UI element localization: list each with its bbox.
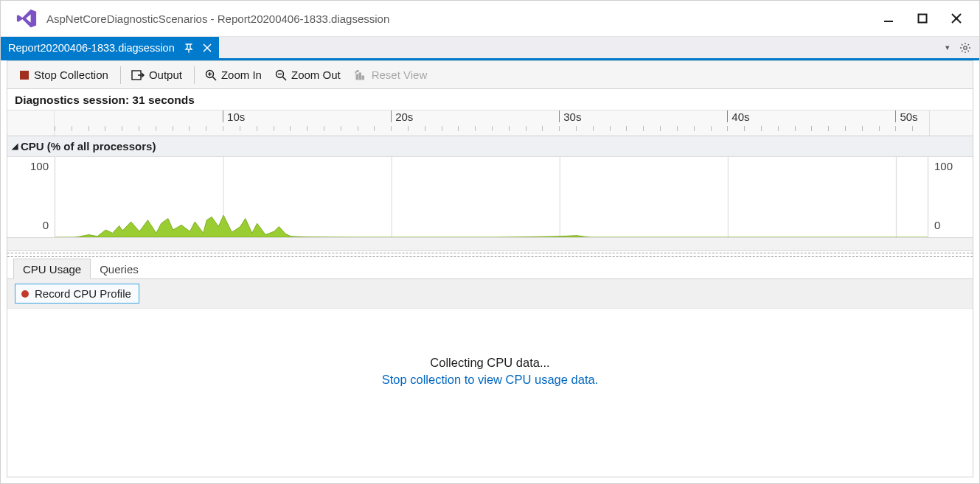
reset-view-icon	[354, 69, 367, 81]
ruler-track[interactable]: 10s20s30s40s50s	[55, 111, 929, 136]
output-label: Output	[149, 69, 182, 81]
y-max-right: 100	[934, 160, 953, 172]
stop-collection-hint-link[interactable]: Stop collection to view CPU usage data.	[382, 373, 599, 387]
close-button[interactable]	[939, 1, 973, 35]
toolbar-separator	[120, 66, 121, 84]
cpu-lane-header[interactable]: ◢ CPU (% of all processors)	[7, 136, 973, 157]
ruler-tick-label: 20s	[395, 111, 413, 123]
output-button[interactable]: Output	[125, 66, 188, 83]
collapse-caret-icon[interactable]: ◢	[12, 141, 18, 151]
document-tab-strip: Report20200406-1833.diagsession ▾	[1, 36, 979, 58]
ruler-tick-label: 50s	[900, 111, 917, 123]
zoom-in-icon	[205, 69, 217, 81]
zoom-out-label: Zoom Out	[291, 69, 341, 81]
diagnostics-document: Stop Collection Output Zoom In Zo	[7, 60, 973, 477]
zoom-in-label: Zoom In	[221, 69, 262, 81]
window-title: AspNetCoreDiagnosticScenarios - Report20…	[46, 13, 389, 25]
maximize-button[interactable]	[906, 1, 939, 35]
cpu-lane-title: CPU (% of all processors)	[21, 140, 156, 152]
tab-label: Report20200406-1833.diagsession	[8, 42, 175, 54]
tab-overflow-dropdown-icon[interactable]: ▾	[945, 43, 950, 52]
zoom-out-icon	[275, 69, 287, 81]
ruler-tick-label: 10s	[227, 111, 245, 123]
svg-line-14	[968, 44, 970, 46]
lane-gap	[7, 238, 973, 251]
record-cpu-profile-button[interactable]: Record CPU Profile	[15, 284, 139, 304]
cpu-y-axis-right: 100 0	[928, 157, 973, 237]
tab-cpu-usage[interactable]: CPU Usage	[13, 259, 91, 279]
close-tab-icon[interactable]	[203, 43, 212, 52]
y-max-left: 100	[30, 160, 49, 172]
record-icon	[21, 290, 29, 298]
svg-line-22	[282, 77, 286, 80]
zoom-out-button[interactable]: Zoom Out	[269, 66, 347, 83]
svg-line-13	[962, 50, 963, 52]
stop-collection-label: Stop Collection	[34, 69, 108, 81]
svg-rect-25	[359, 73, 361, 80]
tab-queries[interactable]: Queries	[91, 259, 147, 278]
title-bar: AspNetCoreDiagnosticScenarios - Report20…	[1, 1, 979, 36]
ruler-gutter-right	[929, 111, 973, 136]
svg-point-6	[964, 46, 967, 49]
minimize-button[interactable]	[872, 1, 906, 35]
svg-rect-1	[919, 15, 927, 23]
toolbar-separator	[194, 66, 195, 84]
svg-line-11	[962, 44, 963, 46]
cpu-y-axis-left: 100 0	[7, 157, 55, 237]
bottom-tab-strip: CPU Usage Queries	[7, 257, 973, 279]
reset-view-button: Reset View	[348, 66, 434, 83]
cpu-usage-panel: Collecting CPU data... Stop collection t…	[7, 309, 973, 477]
record-toolbar: Record CPU Profile	[7, 279, 973, 309]
ruler-gutter-left	[7, 111, 55, 136]
svg-rect-15	[20, 71, 29, 80]
collecting-status-text: Collecting CPU data...	[430, 356, 549, 370]
diagnostics-toolbar: Stop Collection Output Zoom In Zo	[7, 61, 973, 89]
y-min-right: 0	[934, 219, 940, 231]
tab-report-diagsession[interactable]: Report20200406-1833.diagsession	[1, 37, 219, 59]
svg-line-12	[968, 50, 970, 52]
output-icon	[131, 69, 145, 81]
timeline-ruler[interactable]: 10s20s30s40s50s	[7, 110, 973, 136]
y-min-left: 0	[43, 219, 49, 231]
tab-cpu-usage-label: CPU Usage	[23, 263, 81, 276]
cpu-lane-body: 100 0 100 0	[7, 157, 973, 238]
stop-collection-button[interactable]: Stop Collection	[13, 66, 114, 83]
svg-line-18	[212, 77, 216, 80]
record-cpu-profile-label: Record CPU Profile	[35, 287, 131, 300]
pin-icon[interactable]	[184, 43, 194, 53]
visual-studio-logo-icon	[14, 6, 39, 31]
reset-view-label: Reset View	[372, 69, 428, 81]
zoom-in-button[interactable]: Zoom In	[199, 66, 268, 83]
gear-icon[interactable]	[957, 42, 973, 54]
cpu-plot-area[interactable]	[55, 157, 928, 237]
ruler-tick-label: 30s	[563, 111, 581, 123]
svg-rect-24	[356, 74, 358, 80]
tab-queries-label: Queries	[100, 263, 139, 276]
ruler-tick-label: 40s	[731, 111, 749, 123]
stop-icon	[19, 70, 29, 80]
session-duration-label: Diagnostics session: 31 seconds	[7, 89, 973, 110]
svg-rect-26	[362, 76, 364, 80]
